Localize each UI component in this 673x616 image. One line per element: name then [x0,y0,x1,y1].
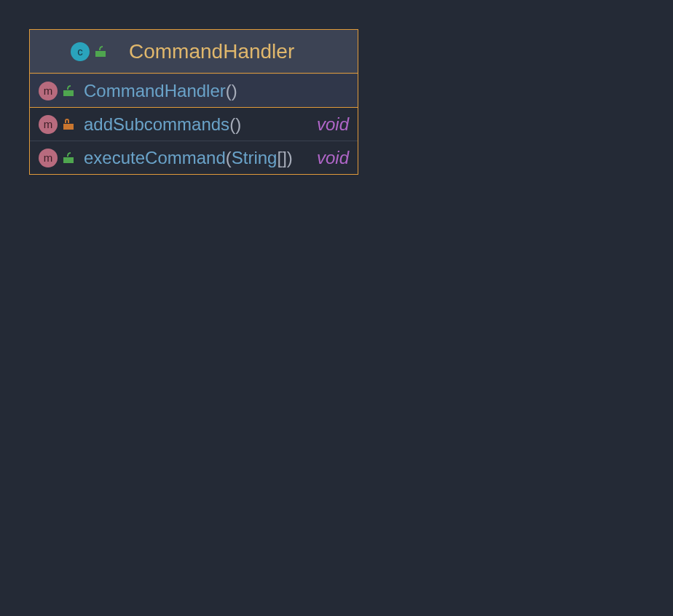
return-type: void [317,114,349,135]
class-name: CommandHandler [116,40,358,63]
member-name: executeCommand [84,148,226,168]
paren-close: ) [232,81,237,101]
member-signature: addSubcommands() [84,114,310,135]
member-row[interactable]: m executeCommand(String[]) void [30,141,358,174]
paren-open: ( [226,81,232,101]
paren-close: ) [235,114,241,135]
diagram-canvas: c CommandHandler m CommandHandler() m ad… [0,0,673,616]
unlocked-icon [63,86,74,96]
return-type: void [317,148,349,168]
member-name: CommandHandler [84,81,226,101]
class-kind-icon: c [71,42,90,61]
member-name: addSubcommands [84,114,229,135]
locked-icon [63,119,74,130]
unlocked-icon [63,153,74,163]
member-row[interactable]: m CommandHandler() [30,74,358,107]
param-type: String [232,148,278,168]
unlocked-icon [95,47,106,57]
class-box[interactable]: c CommandHandler m CommandHandler() m ad… [29,29,358,175]
member-row[interactable]: m addSubcommands() void [30,107,358,141]
param-suffix: [] [277,148,286,168]
member-signature: executeCommand(String[]) [84,148,310,168]
member-signature: CommandHandler() [84,81,342,101]
method-kind-icon: m [39,115,58,134]
class-header[interactable]: c CommandHandler [30,30,358,74]
paren-close: ) [287,148,293,168]
paren-open: ( [226,148,232,168]
method-kind-icon: m [39,149,58,167]
method-kind-icon: m [39,82,58,100]
paren-open: ( [229,114,235,135]
